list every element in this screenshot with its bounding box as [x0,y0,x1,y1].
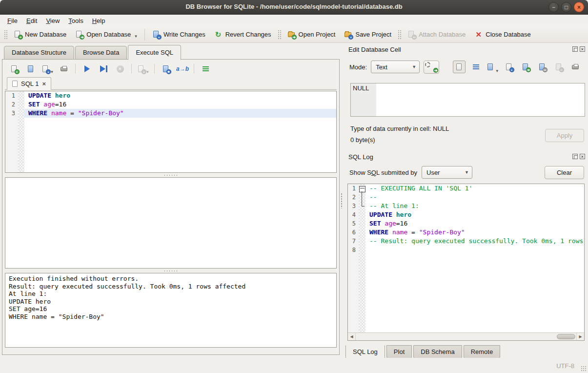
write-changes-icon [152,30,161,39]
print-cell-button[interactable] [569,61,582,73]
export-data-button[interactable] [503,61,515,73]
code-line: 2-- [348,193,584,202]
window-title: DB Browser for SQLite - /home/user/code/… [0,3,588,10]
save-results-button: ▾ [138,63,148,74]
toolbar-grip[interactable] [3,29,8,40]
open-database-button[interactable]: Open Database ▾ [71,28,142,41]
edit-cell-dock-icons: × [572,46,585,52]
import-data-button[interactable]: ▾ [486,61,499,73]
editor-results-splitter[interactable] [5,173,337,177]
sql-log-panel-title: SQL Log [348,153,373,161]
save-project-button[interactable]: Save Project [340,28,396,41]
toolbar-separator [131,64,132,74]
auto-format-button[interactable] [200,63,211,74]
window-controls: − □ × [548,2,584,12]
menu-tools[interactable]: Tools [64,16,87,26]
mode-select[interactable]: Text▼ [371,61,420,73]
find-button[interactable] [161,63,171,74]
open-sql-file-button[interactable] [25,63,36,74]
menu-view[interactable]: View [41,16,64,26]
chevron-down-icon: ▼ [465,170,469,175]
tab-remote[interactable]: Remote [464,345,501,359]
new-database-icon [14,30,22,39]
left-panel: Database Structure Browse Data Execute S… [0,43,342,358]
minimize-button[interactable]: − [548,2,559,12]
scrollbar-thumb[interactable] [557,334,575,339]
tab-plot[interactable]: Plot [386,345,412,359]
copy-link-button[interactable] [536,61,548,73]
float-panel-icon[interactable] [572,154,578,159]
scroll-left-icon[interactable]: ◀ [348,333,356,340]
code-line: 8 [348,246,584,254]
tab-database-structure[interactable]: Database Structure [4,46,74,60]
menu-file[interactable]: File [3,16,22,26]
save-sql-file-button[interactable]: ▾ [42,63,53,74]
toolbar-separator [75,64,76,74]
text-mode-button[interactable] [453,61,466,73]
menu-edit[interactable]: Edit [22,16,41,26]
find-replace-button[interactable]: a→b [177,63,188,74]
submitted-by-select[interactable]: User▼ [422,166,472,179]
right-panel: Edit Database Cell × Mode: Text▼ ▾ [344,43,588,358]
code-line: 1UPDATE hero [5,91,336,100]
close-button[interactable]: × [574,2,584,12]
code-line: 4UPDATE hero [348,210,584,219]
open-in-external-button[interactable] [519,61,532,73]
scroll-right-icon[interactable]: ▶ [576,333,584,340]
sql-tab-label: SQL 1 [21,80,39,87]
maximize-button[interactable]: □ [561,2,571,12]
auto-switch-mode-button[interactable] [424,61,439,74]
close-tab-icon[interactable]: × [42,81,46,87]
sql-1-tab[interactable]: SQL 1 × [7,77,51,90]
toolbar-separator [194,64,194,74]
sql-log-view[interactable]: 1-- EXECUTING ALL IN 'SQL 1'2--3-- At li… [347,184,585,341]
filter-label: Show SQL submitted by [349,169,417,176]
tab-browse-data[interactable]: Browse Data [75,46,127,60]
sql-tabs-row: SQL 1 × [5,76,337,90]
titlebar[interactable]: DB Browser for SQLite - /home/user/code/… [0,0,588,15]
revert-changes-icon: ↻ [214,30,223,39]
print-button[interactable] [59,63,69,74]
code-line: 1-- EXECUTING ALL IN 'SQL 1' [348,184,584,193]
code-line: 6WHERE name = "Spider-Boy" [348,228,584,237]
results-log-splitter[interactable] [5,269,337,273]
panel-splitter[interactable] [340,43,344,358]
open-database-dropdown-icon[interactable]: ▾ [135,34,137,39]
execute-all-button[interactable] [81,63,92,74]
main-toolbar: New Database Open Database ▾ Write Chang… [0,26,588,43]
execution-message-log[interactable]: Execution finished without errors. Resul… [5,273,337,348]
toolbar-separator [144,29,145,41]
close-panel-icon[interactable]: × [580,154,585,159]
apply-button: Apply [545,129,584,142]
tab-db-schema[interactable]: DB Schema [413,345,462,359]
cell-value-editor[interactable]: NULL [350,83,585,117]
menu-help[interactable]: Help [88,16,110,26]
tab-execute-sql[interactable]: Execute SQL [128,45,181,60]
word-wrap-button[interactable] [469,61,482,73]
sql-code[interactable]: 1UPDATE hero2SET age=163WHERE name = "Sp… [5,91,336,118]
execute-sql-pane: ▾ × ▾ a→b [2,59,340,355]
code-line: 3WHERE name = "Spider-Boy" [5,109,336,118]
log-horizontal-scrollbar[interactable]: ◀ ▶ [348,332,584,340]
float-panel-icon[interactable] [572,46,578,52]
new-sql-tab-button[interactable] [9,63,20,74]
revert-changes-button[interactable]: ↻ Revert Changes [210,28,276,41]
sql-log-filter-row: Show SQL submitted by User▼ Clear [349,165,584,180]
write-changes-button[interactable]: Write Changes [148,28,210,41]
sql-log-code: 1-- EXECUTING ALL IN 'SQL 1'2--3-- At li… [348,184,584,254]
close-panel-icon[interactable]: × [580,46,585,52]
statusbar: UTF-8 [0,358,588,373]
toolbar-grip[interactable] [397,29,402,40]
close-database-button[interactable]: ✕ Close Database [470,28,535,41]
clear-log-button[interactable]: Clear [545,166,584,179]
execute-current-line-button[interactable] [98,63,109,74]
resize-grip[interactable] [581,366,587,372]
toolbar-grip[interactable] [277,29,282,40]
open-project-button[interactable]: Open Project [283,28,340,41]
main-area: Database Structure Browse Data Execute S… [0,43,588,358]
new-database-button[interactable]: New Database [9,28,71,41]
sql-editor[interactable]: 1UPDATE hero2SET age=163WHERE name = "Sp… [5,91,337,173]
encoding-indicator[interactable]: UTF-8 [556,362,574,370]
results-grid[interactable] [5,177,337,269]
attach-database-button: Attach Database [403,28,470,41]
